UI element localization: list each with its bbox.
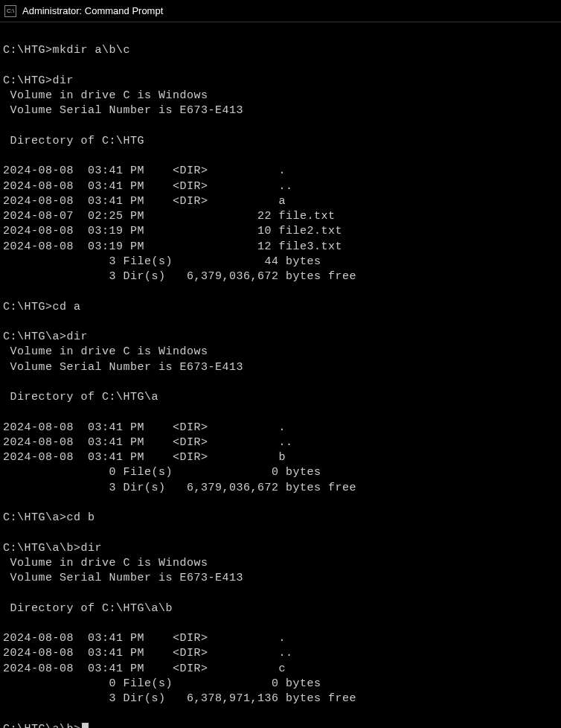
terminal-line: 3 File(s) 44 bytes: [3, 255, 558, 269]
terminal-line: [3, 526, 558, 540]
terminal-line: [3, 616, 558, 631]
terminal-output[interactable]: C:\HTG>mkdir a\b\cC:\HTG>dir Volume in d…: [0, 22, 561, 728]
terminal-line: 2024-08-08 03:41 PM <DIR> .: [3, 164, 558, 179]
cmd-icon: C:\: [4, 5, 16, 17]
window-title: Administrator: Command Prompt: [22, 5, 163, 16]
terminal-line: C:\HTG\a\b>dir: [3, 541, 558, 556]
terminal-line: C:\HTG>cd a: [3, 300, 558, 315]
terminal-line: Volume in drive C is Windows: [3, 556, 558, 571]
terminal-line: Volume Serial Number is E673-E413: [3, 360, 558, 375]
terminal-line: Directory of C:\HTG: [3, 134, 558, 149]
terminal-line: 2024-08-08 03:41 PM <DIR> c: [3, 662, 558, 677]
terminal-line: 3 Dir(s) 6,379,036,672 bytes free: [3, 481, 558, 496]
terminal-line: 2024-08-08 03:41 PM <DIR> ..: [3, 435, 558, 450]
terminal-cursor: [82, 723, 89, 729]
terminal-line: Directory of C:\HTG\a\b: [3, 601, 558, 616]
terminal-line: 2024-08-08 03:41 PM <DIR> b: [3, 450, 558, 465]
terminal-line: [3, 496, 558, 511]
terminal-line: 2024-08-08 03:41 PM <DIR> .: [3, 631, 558, 646]
terminal-line: Volume Serial Number is E673-E413: [3, 571, 558, 586]
terminal-line: [3, 586, 558, 601]
terminal-line: 2024-08-08 03:19 PM 12 file3.txt: [3, 240, 558, 255]
terminal-line: 2024-08-08 03:41 PM <DIR> ..: [3, 646, 558, 661]
terminal-line: Directory of C:\HTG\a: [3, 390, 558, 405]
terminal-line: [3, 284, 558, 299]
terminal-line: [3, 59, 558, 74]
terminal-line: C:\HTG>mkdir a\b\c: [3, 43, 558, 58]
terminal-line: [3, 405, 558, 420]
terminal-line: 2024-08-07 02:25 PM 22 file.txt: [3, 209, 558, 224]
window-titlebar[interactable]: C:\ Administrator: Command Prompt: [0, 0, 561, 22]
terminal-line: [3, 706, 558, 721]
terminal-line: [3, 28, 558, 43]
terminal-line: 3 Dir(s) 6,379,036,672 bytes free: [3, 269, 558, 284]
terminal-line: [3, 315, 558, 330]
terminal-line: 0 File(s) 0 bytes: [3, 465, 558, 480]
terminal-line: [3, 149, 558, 164]
terminal-line: C:\HTG>dir: [3, 74, 558, 89]
terminal-line: [3, 375, 558, 390]
terminal-line: Volume Serial Number is E673-E413: [3, 103, 558, 118]
terminal-line: 2024-08-08 03:41 PM <DIR> .: [3, 421, 558, 435]
terminal-line: Volume in drive C is Windows: [3, 345, 558, 360]
terminal-line: C:\HTG\a\b>: [3, 722, 558, 729]
terminal-line: C:\HTG\a>dir: [3, 330, 558, 345]
terminal-line: 2024-08-08 03:19 PM 10 file2.txt: [3, 224, 558, 239]
terminal-line: [3, 119, 558, 134]
terminal-line: 2024-08-08 03:41 PM <DIR> a: [3, 194, 558, 209]
terminal-line: Volume in drive C is Windows: [3, 89, 558, 103]
terminal-line: 3 Dir(s) 6,378,971,136 bytes free: [3, 692, 558, 706]
terminal-line: 0 File(s) 0 bytes: [3, 677, 558, 692]
terminal-line: C:\HTG\a>cd b: [3, 511, 558, 526]
terminal-line: 2024-08-08 03:41 PM <DIR> ..: [3, 179, 558, 194]
